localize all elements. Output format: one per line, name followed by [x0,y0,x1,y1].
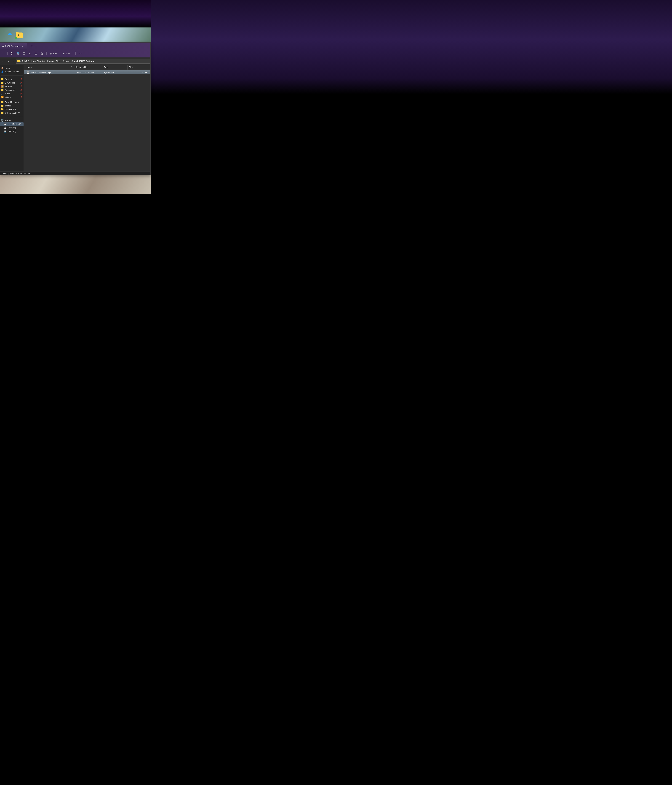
tab-title: air iCUE5 Software [2,45,19,47]
sort-icon [50,52,52,55]
sidebar-folder-item[interactable]: photos [0,104,23,108]
ellipsis-icon: ••• [79,52,82,55]
folder-icon [1,112,4,114]
sidebar-user[interactable]: 👤 Michell - Persor [0,70,23,73]
sidebar-item-label: Documents [5,89,15,91]
sidebar-pinned-item[interactable]: 🎵Music📌 [0,92,23,95]
new-tab-button[interactable] [29,43,35,49]
sidebar-pinned-item[interactable]: Downloads📌 [0,81,23,84]
sync-badge-icon [15,37,17,39]
breadcrumb-separator-icon: › [46,60,47,62]
tab-current[interactable]: air iCUE5 Software [0,42,27,50]
sidebar-drive-item[interactable]: ›💾Local Disk (C:) [0,122,23,126]
sidebar: 🏠 Home 👤 Michell - Persor Desktop📌Downlo… [0,65,24,172]
sidebar-item-label: Music [5,92,10,95]
svg-rect-2 [17,52,19,54]
folder-icon [1,105,4,106]
sidebar-item-label: Local Disk (C:) [8,123,21,125]
up-button[interactable]: ↑ [11,59,15,63]
sidebar-folder-item[interactable]: Camera Roll [0,108,23,111]
drive-icon: 💾 [4,127,6,129]
desktop-wallpaper-bottom [0,175,151,194]
file-size: 22 KB [128,71,150,73]
sidebar-item-label: Cyberpunk 2077 [5,112,20,114]
sidebar-folder-item[interactable]: Cyberpunk 2077 [0,111,23,115]
explorer-window: air iCUE5 Software ⌄ [0,42,151,175]
breadcrumb-separator-icon: › [61,60,61,62]
sidebar-drive-item[interactable]: ›💾HDD (E:) [0,130,23,133]
view-label: View [66,52,70,55]
paste-button[interactable] [21,51,27,56]
folder-icon: 🎵 [1,92,4,95]
breadcrumb-separator-icon: › [70,60,70,62]
sidebar-pinned-item[interactable]: 🖼️Pictures📌 [0,84,23,88]
pin-icon: 📌 [20,85,22,88]
sidebar-home[interactable]: 🏠 Home [0,66,23,70]
folder-icon: ▶️ [1,96,4,99]
breadcrumb-item[interactable]: Corsair iCUE5 Software [71,59,95,63]
user-icon: 👤 [1,70,4,73]
sidebar-item-label: Pictures [5,85,12,88]
breadcrumb-separator-icon: › [30,60,31,62]
file-name: CorsairLLAccess64.sys [30,71,51,73]
sidebar-item-label: Camera Roll [5,108,16,111]
sidebar-pinned-item[interactable]: Documents📌 [0,88,23,92]
sidebar-item-label: Downloads [5,81,15,84]
drive-icon: 💾 [4,123,6,125]
sidebar-pinned-item[interactable]: ▶️Videos📌 [0,95,23,99]
toolbar-separator [7,52,8,55]
column-header-size[interactable]: Size [128,65,150,70]
breadcrumb-separator-icon: › [20,60,21,62]
screen: ↻ air iCUE5 Software ⌄ [0,0,151,201]
breadcrumb-item[interactable]: Program Files [47,59,61,63]
sidebar-folder-item[interactable]: Saved Pictures [0,100,23,104]
tab-bar: air iCUE5 Software [0,42,150,50]
column-header-type[interactable]: Type [103,65,128,70]
view-button[interactable]: View ⌄ [61,52,74,56]
tab-close-button[interactable] [21,45,24,48]
column-header-date[interactable]: Date modified [74,65,103,70]
chevron-right-icon: › [1,123,3,125]
desktop-wallpaper: ↻ [0,28,151,42]
sidebar-thispc[interactable]: 🖥️ This PC [0,119,23,122]
file-icon [27,71,29,73]
nav-row: ← ⌄ ↑ › This PC › Local Disk (C:) › Prog… [0,58,150,65]
folder-icon [1,101,4,103]
sidebar-drive-item[interactable]: ›💾SSD (D:) [0,126,23,130]
sort-button[interactable]: Sort ⌄ [48,52,61,56]
sidebar-pinned-item[interactable]: Desktop📌 [0,77,23,81]
file-type: System file [103,71,128,73]
folder-icon: 🖼️ [1,85,4,88]
file-row[interactable]: CorsairLLAccess64.sys10/8/2023 12:25 PMS… [24,70,150,74]
breadcrumb-item[interactable]: Corsair [62,59,69,63]
column-header-name[interactable]: Name [26,65,74,70]
cut-button[interactable] [9,51,15,56]
new-dropdown-button[interactable]: ⌄ [2,52,6,55]
status-count: 1 item [2,172,7,175]
delete-button[interactable] [39,51,45,56]
breadcrumb-item[interactable]: Local Disk (C:) [31,59,45,63]
column-headers: Name Date modified Type Size [24,65,150,70]
svg-rect-3 [17,53,19,55]
pin-icon: 📌 [20,78,22,80]
monitor-bezel-dark [0,0,151,28]
status-bar: 1 item | 1 item selected 21.2 KB | [0,172,150,175]
copy-button[interactable] [15,51,21,56]
view-list-icon [62,52,65,55]
share-button[interactable] [33,51,39,56]
history-dropdown[interactable]: ⌄ [6,59,11,63]
chevron-down-icon: ⌄ [3,53,4,55]
breadcrumb-item[interactable]: This PC [22,59,29,63]
sidebar-item-label: SSD (D:) [8,127,16,129]
pin-icon: 📌 [20,82,22,84]
sidebar-item-label: Desktop [5,78,12,80]
rename-button[interactable] [27,51,33,56]
more-button[interactable]: ••• [77,52,83,56]
file-rows[interactable]: CorsairLLAccess64.sys10/8/2023 12:25 PMS… [24,70,150,172]
desktop-folder-icon[interactable]: ↻ [16,33,23,38]
chevron-right-icon: › [1,130,3,132]
back-button[interactable]: ← [0,59,5,63]
sidebar-item-label: Saved Pictures [5,101,19,103]
address-bar[interactable]: › This PC › Local Disk (C:) › Program Fi… [16,59,150,64]
chevron-down-icon: ⌄ [71,53,72,55]
